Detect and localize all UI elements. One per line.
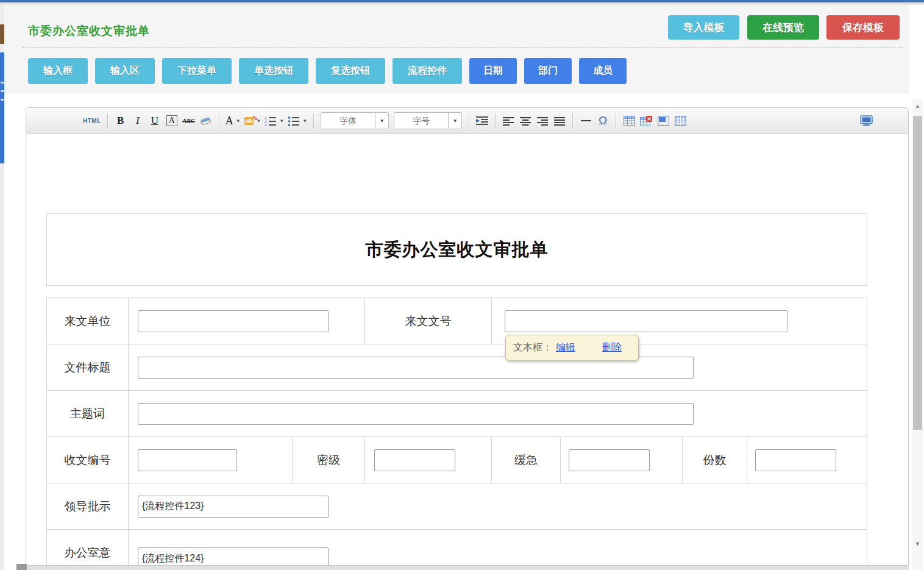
sliver-mark [1, 99, 4, 101]
cell-properties-button[interactable] [655, 112, 671, 129]
scroll-down-arrow[interactable]: ▼ [912, 540, 923, 548]
ordered-list-icon: 1 2 3 [265, 116, 277, 126]
online-preview-button[interactable]: 在线预览 [747, 15, 819, 40]
bold-icon: B [117, 115, 124, 127]
source-unit-input[interactable] [138, 310, 329, 332]
secrecy-input[interactable] [374, 449, 455, 471]
underline-button[interactable]: U [147, 112, 163, 129]
add-dropdown-button[interactable]: 下拉菜单 [162, 58, 232, 84]
font-family-select[interactable]: 字体 ▼ [321, 112, 389, 129]
unordered-list-button[interactable]: ▼ [286, 112, 308, 129]
table-row: 文件标题 [47, 344, 867, 391]
bold-button[interactable]: B [113, 112, 129, 129]
table-properties-button[interactable] [672, 112, 688, 129]
delete-field-link[interactable]: 删除 [602, 341, 622, 354]
align-left-button[interactable] [500, 112, 516, 129]
urgency-label: 缓急 [492, 437, 561, 483]
add-textarea-button[interactable]: 输入区 [95, 58, 155, 84]
insert-table-button[interactable] [621, 112, 637, 129]
font-size-value: 字号 [394, 113, 448, 129]
indent-button[interactable] [474, 112, 490, 129]
sliver-mark [1, 82, 4, 84]
source-code-button[interactable]: HTML [82, 112, 102, 129]
italic-button[interactable]: I [130, 112, 146, 129]
delete-table-button[interactable] [638, 112, 654, 129]
table-icon [624, 116, 635, 126]
add-department-button[interactable]: 部门 [524, 58, 572, 84]
secrecy-label: 密级 [293, 437, 365, 483]
align-right-button[interactable] [535, 112, 550, 129]
italic-icon: I [136, 115, 140, 127]
leader-note-label: 领导批示 [47, 483, 129, 529]
align-justify-icon [554, 116, 565, 126]
unordered-list-icon [288, 116, 300, 126]
office-opinion-cell [129, 530, 867, 566]
urgency-input[interactable] [569, 449, 650, 471]
form-title-cell: 市委办公室收文审批单 [46, 213, 867, 286]
chevron-down-icon: ▼ [236, 118, 241, 124]
copies-input[interactable] [755, 449, 836, 471]
fullscreen-button[interactable] [858, 112, 874, 129]
strikethrough-button[interactable]: ABC [181, 112, 197, 129]
special-char-button[interactable]: Ω [595, 112, 611, 129]
editor-canvas[interactable]: 市委办公室收文审批单 来文单位 来文文号 文件标题 [26, 134, 908, 566]
highlight-color-button[interactable]: ab✎ ▼ [243, 112, 263, 129]
header: 市委办公室收文审批单 导入模板 在线预览 保存模板 输入框 输入区 下拉菜单 单… [4, 5, 909, 93]
add-checkbox-button[interactable]: 复选按钮 [316, 58, 385, 84]
doc-no-input[interactable] [505, 310, 787, 332]
scroll-up-arrow[interactable]: ▲ [912, 102, 923, 110]
source-unit-cell [129, 298, 365, 344]
horizontal-rule-button[interactable] [578, 112, 594, 129]
font-family-value: 字体 [321, 113, 375, 129]
align-justify-button[interactable] [552, 112, 567, 129]
add-member-button[interactable]: 成员 [579, 58, 627, 84]
form-table: 来文单位 来文文号 文件标题 主题词 [46, 297, 867, 566]
omega-icon: Ω [599, 114, 607, 127]
keyword-input[interactable] [138, 403, 694, 425]
office-opinion-input[interactable] [138, 547, 329, 566]
strikethrough-icon: ABC [182, 118, 195, 124]
chevron-down-icon: ▼ [279, 118, 284, 124]
svg-text:3: 3 [265, 123, 267, 126]
add-date-button[interactable]: 日期 [469, 58, 517, 84]
font-color-icon: A [226, 115, 233, 127]
remove-format-button[interactable] [198, 112, 214, 129]
tooltip-label: 文本框： [513, 341, 552, 354]
keyword-label: 主题词 [47, 391, 129, 436]
leader-note-input[interactable] [138, 496, 329, 518]
panel-bottom-edge [26, 566, 909, 570]
background-sliver-segment [0, 52, 4, 163]
urgency-cell [561, 437, 683, 483]
ordered-list-button[interactable]: 1 2 3 ▼ [263, 112, 285, 129]
edit-field-link[interactable]: 编辑 [556, 341, 575, 354]
add-input-box-button[interactable]: 输入框 [28, 58, 88, 84]
table-row: 来文单位 来文文号 [47, 298, 867, 344]
office-opinion-label: 办公室意 [47, 530, 129, 566]
pencil-icon: ✎ [252, 115, 258, 123]
save-template-button[interactable]: 保存模板 [826, 15, 900, 40]
doc-title-label: 文件标题 [47, 344, 129, 390]
panel-bottom-corner [16, 564, 27, 570]
copies-cell [747, 437, 867, 483]
font-size-select[interactable]: 字号 ▼ [394, 112, 462, 129]
align-center-button[interactable] [517, 112, 533, 129]
import-template-button[interactable]: 导入模板 [668, 15, 739, 40]
page-title: 市委办公室收文审批单 [28, 23, 150, 39]
field-action-tooltip: 文本框： 编辑 删除 [505, 335, 639, 361]
editor-toolbar: HTML B I U A ABC A [26, 108, 908, 134]
secrecy-cell [365, 437, 492, 483]
receipt-no-input[interactable] [138, 449, 237, 471]
text-border-button[interactable]: A [164, 112, 180, 129]
font-color-button[interactable]: A ▼ [224, 112, 242, 129]
toolbar-separator [616, 113, 616, 128]
table-row: 办公室意 [47, 530, 867, 566]
toolbar-separator [107, 113, 108, 128]
add-radio-button[interactable]: 单选按钮 [239, 58, 308, 84]
background-page-sliver [0, 5, 4, 570]
scrollbar-thumb[interactable] [913, 116, 922, 430]
indent-icon [476, 116, 489, 126]
boxed-a-icon: A [166, 115, 177, 126]
add-flow-control-button[interactable]: 流程控件 [393, 58, 462, 84]
vertical-scrollbar[interactable]: ▲ ▼ [912, 99, 923, 570]
cell-properties-icon [658, 116, 669, 126]
